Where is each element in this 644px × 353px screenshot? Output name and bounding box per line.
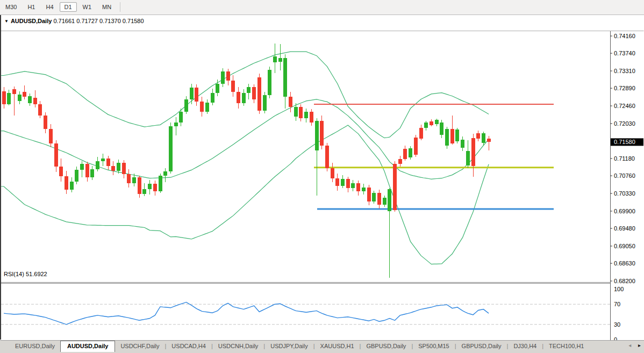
rsi-indicator-label: RSI(14) 51.6922 (4, 271, 47, 277)
price-axis-label: 0.71180 (614, 155, 635, 162)
timeframe-button-w1[interactable]: W1 (78, 2, 97, 12)
candle-body-down (450, 129, 454, 143)
candle-body-up (409, 148, 412, 157)
candle-body-up (179, 112, 183, 123)
price-axis-labels: 0.741600.737400.733100.728900.724600.720… (610, 33, 635, 284)
candle-body-up (216, 84, 219, 93)
tab-sp500-8[interactable]: SP500,M15 (413, 341, 454, 351)
candle-body-down (310, 112, 313, 123)
price-axis-label: 0.70760 (614, 172, 635, 179)
candle-body-up (372, 193, 376, 201)
candle-body-down (23, 92, 26, 97)
tab-usdcad-3[interactable]: USDCAD,H4 (166, 341, 211, 351)
chart-window[interactable]: 0.741600.737400.733100.728900.724600.720… (0, 15, 644, 340)
candle-body-up (90, 169, 94, 177)
tab-scroll-right-icon[interactable]: ▸ (638, 342, 641, 348)
candle-body-up (211, 93, 214, 103)
candle-body-down (153, 184, 157, 191)
rsi-current-value: 51.6922 (26, 271, 47, 277)
price-axis-label: 0.69900 (614, 208, 635, 214)
candle-body-down (33, 98, 37, 104)
tab-gbpusd-9[interactable]: GBPUSD,Daily (456, 341, 507, 351)
candle-body-up (7, 93, 11, 104)
candle-body-down (356, 183, 360, 191)
tab-scroll-left-icon[interactable]: ◂ (628, 342, 631, 348)
rsi-axis-label: 100 (614, 286, 624, 292)
candle-body-down (393, 164, 397, 210)
candle-body-up (205, 103, 209, 112)
candle-body-up (362, 188, 366, 192)
timeframe-button-m30[interactable]: M30 (1, 2, 22, 12)
candle-body-up (159, 176, 162, 191)
candle-body-down (59, 167, 63, 176)
rsi-name: RSI(14) (4, 271, 24, 277)
tab-usdjpy-5[interactable]: USDJPY,Daily (265, 341, 313, 351)
price-axis-label: 0.73310 (614, 68, 635, 74)
candle-body-down (257, 77, 261, 111)
rsi-line (4, 302, 489, 324)
candle-body-up (455, 129, 459, 141)
timeframe-button-mn[interactable]: MN (97, 2, 116, 12)
candle-body-down (38, 104, 42, 116)
tab-dj30-10[interactable]: DJ30,H4 (508, 341, 542, 351)
candle-body-up (96, 161, 99, 169)
timeframe-button-h4[interactable]: H4 (41, 2, 58, 12)
candle-body-up (221, 71, 225, 84)
candle-body-up (18, 95, 22, 101)
candle-body-up (388, 189, 391, 211)
candle-body-up (466, 151, 470, 165)
price-axis-label: 0.68200 (614, 278, 635, 284)
candle-body-up (169, 126, 173, 171)
candle-body-down (403, 149, 407, 159)
candle-body-down (65, 176, 68, 190)
candle-body-up (174, 123, 178, 127)
tab-tech100-11[interactable]: TECH100,H1 (543, 341, 589, 351)
candle-body-down (85, 164, 89, 177)
chart-title: ▼AUDUSD,Daily 0.71661 0.71727 0.71370 0.… (4, 18, 144, 24)
candle-body-up (75, 170, 78, 181)
timeframe-button-d1[interactable]: D1 (60, 2, 77, 12)
price-axis-label: 0.72460 (614, 103, 635, 109)
tab-eurusd-0[interactable]: EURUSD,Daily (10, 341, 60, 351)
chart-dropdown-icon[interactable]: ▼ (4, 19, 9, 24)
candle-body-down (471, 138, 475, 166)
candle-body-down (127, 174, 131, 183)
candle-body-up (351, 183, 355, 188)
candle-body-up (435, 120, 439, 124)
candle-body-down (299, 107, 303, 118)
candle-body-down (111, 166, 115, 171)
candles-layer (2, 44, 491, 278)
candle-body-down (325, 146, 329, 168)
timeframe-button-h1[interactable]: H1 (23, 2, 40, 12)
candle-body-down (377, 193, 381, 204)
candle-body-down (476, 133, 480, 139)
candle-body-down (335, 178, 339, 186)
candle-body-up (440, 123, 443, 135)
candle-body-down (398, 159, 402, 164)
candle-body-down (414, 138, 418, 155)
candle-body-up (263, 95, 267, 111)
tab-usdcnh-4[interactable]: USDCNH,Daily (213, 341, 264, 351)
price-axis-label: 0.72030 (614, 120, 635, 127)
tab-audusd-1[interactable]: AUDUSD,Daily (60, 341, 115, 352)
candle-body-down (231, 81, 235, 92)
candle-body-down (54, 143, 58, 167)
candle-body-up (341, 179, 345, 185)
candle-body-up (268, 70, 271, 95)
chart-canvas[interactable]: 0.741600.737400.733100.728900.724600.720… (0, 30, 644, 353)
chart-left-border (0, 15, 1, 340)
candle-body-down (237, 92, 240, 103)
rsi-axis-label: 30 (614, 321, 620, 328)
rsi-axis-label: 70 (614, 301, 620, 307)
candle-body-up (101, 159, 105, 161)
candle-body-up (190, 88, 194, 99)
candle-body-down (49, 129, 53, 143)
tab-gbpusd-7[interactable]: GBPUSD,Daily (361, 341, 411, 351)
candle-body-down (12, 89, 16, 94)
tab-usdchf-2[interactable]: USDCHF,Daily (115, 341, 164, 351)
candle-body-down (106, 159, 110, 166)
tab-xauusd-6[interactable]: XAUUSD,H1 (315, 341, 360, 351)
rsi-panel: 10070300 (1, 286, 624, 343)
toolbar-separator (120, 2, 120, 12)
candle-body-down (252, 87, 256, 99)
